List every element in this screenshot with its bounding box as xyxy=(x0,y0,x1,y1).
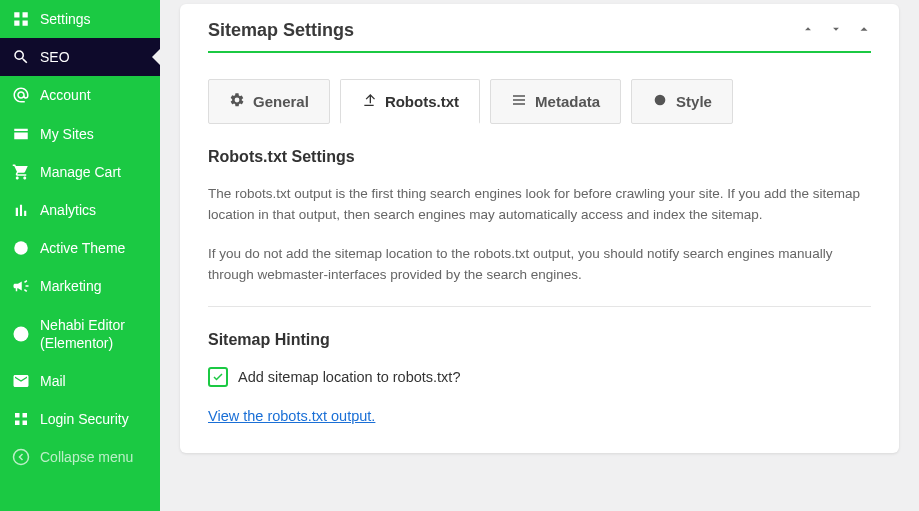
tabs: General Robots.txt Metadata Style xyxy=(208,79,871,124)
chart-icon xyxy=(12,201,30,219)
tab-label: General xyxy=(253,93,309,110)
at-icon xyxy=(12,86,30,104)
checkbox-label: Add sitemap location to robots.txt? xyxy=(238,369,460,385)
sidebar-item-account[interactable]: Account xyxy=(0,76,160,114)
sidebar: Settings SEO Account My Sites Manage Car… xyxy=(0,0,160,511)
checkbox-row: Add sitemap location to robots.txt? xyxy=(208,367,871,387)
section-text: The robots.txt output is the first thing… xyxy=(208,184,871,226)
link-view-robots[interactable]: View the robots.txt output. xyxy=(208,408,375,424)
tab-label: Robots.txt xyxy=(385,93,459,110)
tab-metadata[interactable]: Metadata xyxy=(490,79,621,124)
svg-point-6 xyxy=(14,450,29,465)
sidebar-item-label: Mail xyxy=(40,372,66,390)
chevron-up-icon[interactable] xyxy=(801,22,815,40)
style-icon xyxy=(652,92,668,111)
list-icon xyxy=(511,92,527,111)
svg-rect-0 xyxy=(14,12,19,17)
sidebar-item-login-security[interactable]: Login Security xyxy=(0,400,160,438)
sidebar-item-manage-cart[interactable]: Manage Cart xyxy=(0,153,160,191)
sidebar-item-nehabi-editor[interactable]: Nehabi Editor (Elementor) xyxy=(0,306,160,362)
sidebar-item-label: Nehabi Editor (Elementor) xyxy=(40,316,148,352)
panel-title: Sitemap Settings xyxy=(208,20,354,41)
panel-header: Sitemap Settings xyxy=(208,20,871,53)
sidebar-item-label: Active Theme xyxy=(40,239,125,257)
tab-label: Style xyxy=(676,93,712,110)
theme-icon xyxy=(12,239,30,257)
sidebar-item-label: Settings xyxy=(40,10,91,28)
sidebar-item-mail[interactable]: Mail xyxy=(0,362,160,400)
editor-icon xyxy=(12,325,30,343)
chevron-down-icon[interactable] xyxy=(829,22,843,40)
panel-controls xyxy=(801,22,871,40)
tab-robots[interactable]: Robots.txt xyxy=(340,79,480,124)
sidebar-item-analytics[interactable]: Analytics xyxy=(0,191,160,229)
svg-point-4 xyxy=(14,241,28,255)
main-content: Sitemap Settings General Robots.txt xyxy=(160,0,919,511)
tab-label: Metadata xyxy=(535,93,600,110)
svg-rect-3 xyxy=(23,21,28,26)
sidebar-item-label: Collapse menu xyxy=(40,448,133,466)
sidebar-item-label: My Sites xyxy=(40,125,94,143)
section-title-robots: Robots.txt Settings xyxy=(208,148,871,166)
sidebar-item-active-theme[interactable]: Active Theme xyxy=(0,229,160,267)
gear-icon xyxy=(229,92,245,111)
shield-icon xyxy=(12,410,30,428)
panel-sitemap-settings: Sitemap Settings General Robots.txt xyxy=(180,4,899,453)
sidebar-item-collapse[interactable]: Collapse menu xyxy=(0,438,160,476)
checkbox-add-sitemap[interactable] xyxy=(208,367,228,387)
mail-icon xyxy=(12,372,30,390)
svg-rect-1 xyxy=(23,12,28,17)
sidebar-item-label: Account xyxy=(40,86,91,104)
megaphone-icon xyxy=(12,277,30,295)
sidebar-item-label: Marketing xyxy=(40,277,101,295)
sidebar-item-settings[interactable]: Settings xyxy=(0,0,160,38)
check-icon xyxy=(212,371,224,383)
sidebar-item-label: Manage Cart xyxy=(40,163,121,181)
svg-point-7 xyxy=(655,95,666,106)
settings-icon xyxy=(12,10,30,28)
sidebar-item-marketing[interactable]: Marketing xyxy=(0,267,160,305)
tab-general[interactable]: General xyxy=(208,79,330,124)
divider xyxy=(208,306,871,307)
sidebar-item-label: Login Security xyxy=(40,410,129,428)
caret-up-icon[interactable] xyxy=(857,22,871,40)
sidebar-item-my-sites[interactable]: My Sites xyxy=(0,115,160,153)
collapse-icon xyxy=(12,448,30,466)
export-icon xyxy=(361,92,377,111)
cart-icon xyxy=(12,163,30,181)
browser-icon xyxy=(12,125,30,143)
section-text: If you do not add the sitemap location t… xyxy=(208,244,871,286)
svg-rect-2 xyxy=(14,21,19,26)
tab-style[interactable]: Style xyxy=(631,79,733,124)
search-icon xyxy=(12,48,30,66)
sidebar-item-label: SEO xyxy=(40,48,70,66)
sidebar-item-seo[interactable]: SEO xyxy=(0,38,160,76)
svg-point-5 xyxy=(14,326,29,341)
sidebar-item-label: Analytics xyxy=(40,201,96,219)
section-title-hinting: Sitemap Hinting xyxy=(208,331,871,349)
